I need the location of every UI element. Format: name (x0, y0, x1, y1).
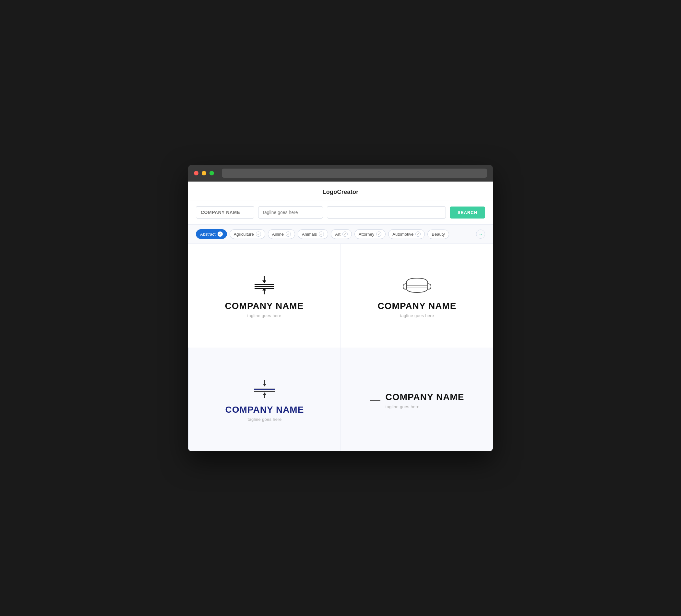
logo3-company: COMPANY NAME (225, 405, 304, 415)
filter-label: Attorney (359, 232, 374, 237)
check-icon-agriculture: ✓ (256, 231, 261, 237)
check-icon-attorney: ✓ (376, 231, 381, 237)
svg-marker-1 (262, 280, 266, 283)
mac-window: LogoCreator SEARCH Abstract ✓ Agricultur… (188, 165, 493, 451)
compress-icon-black (251, 276, 277, 295)
minimize-button[interactable] (202, 171, 206, 175)
filter-label: Art (335, 232, 340, 237)
filter-chip-attorney[interactable]: Attorney ✓ (354, 229, 385, 239)
logo1-company: COMPANY NAME (225, 301, 304, 311)
filter-chip-abstract[interactable]: Abstract ✓ (196, 229, 227, 239)
filter-label: Agriculture (234, 232, 254, 237)
logo-card-4[interactable]: COMPANY NAME tagline goes here (340, 348, 493, 451)
url-bar[interactable] (222, 169, 487, 178)
filter-label: Automotive (393, 232, 413, 237)
logo-card-3[interactable]: COMPANY NAME tagline goes here (188, 348, 340, 451)
company-name-input[interactable] (196, 206, 254, 219)
filter-next-button[interactable]: → (476, 230, 485, 239)
app-content: LogoCreator SEARCH Abstract ✓ Agricultur… (188, 182, 493, 451)
filter-chip-animals[interactable]: Animals ✓ (298, 229, 328, 239)
logo4-tagline: tagline goes here (385, 404, 464, 409)
filter-label: Beauty (432, 232, 445, 237)
filter-chip-agriculture[interactable]: Agriculture ✓ (230, 229, 265, 239)
logo4-with-dash: COMPANY NAME tagline goes here (370, 392, 464, 409)
filter-bar: Abstract ✓ Agriculture ✓ Airline ✓ Anima… (188, 225, 493, 244)
filter-chip-airline[interactable]: Airline ✓ (268, 229, 295, 239)
logo2-tagline: tagline goes here (400, 313, 434, 318)
filter-label: Abstract (200, 232, 216, 237)
maximize-button[interactable] (209, 171, 214, 175)
check-icon-airline: ✓ (286, 231, 291, 237)
logo2-company: COMPANY NAME (378, 301, 457, 311)
app-title: LogoCreator (188, 182, 493, 200)
arrow-right-icon: → (478, 231, 483, 237)
search-button[interactable]: SEARCH (450, 207, 485, 219)
check-icon-abstract: ✓ (218, 231, 223, 237)
logo-grid: COMPANY NAME tagline goes here (188, 244, 493, 451)
close-button[interactable] (194, 171, 199, 175)
search-bar: SEARCH (188, 200, 493, 225)
dash-decoration (370, 400, 380, 401)
logo-card-2[interactable]: COMPANY NAME tagline goes here (340, 244, 493, 348)
check-icon-animals: ✓ (319, 231, 324, 237)
svg-marker-10 (263, 384, 266, 386)
svg-marker-15 (263, 392, 266, 395)
logo4-company: COMPANY NAME (385, 392, 464, 402)
title-bar (188, 165, 493, 182)
filter-label: Animals (302, 232, 317, 237)
compress-icon-navy (252, 379, 278, 399)
filter-label: Airline (272, 232, 284, 237)
filter-chip-beauty[interactable]: Beauty (427, 230, 449, 239)
logo3-tagline: tagline goes here (248, 417, 282, 422)
filter-chip-automotive[interactable]: Automotive ✓ (388, 229, 425, 239)
check-icon-automotive: ✓ (415, 231, 421, 237)
logo4-text-group: COMPANY NAME tagline goes here (385, 392, 464, 409)
logo1-tagline: tagline goes here (247, 313, 281, 318)
check-icon-art: ✓ (343, 231, 348, 237)
mask-icon (402, 276, 432, 295)
filter-chip-art[interactable]: Art ✓ (331, 229, 352, 239)
logo-card-1[interactable]: COMPANY NAME tagline goes here (188, 244, 340, 348)
extra-input[interactable] (327, 206, 446, 219)
tagline-input[interactable] (258, 206, 323, 219)
